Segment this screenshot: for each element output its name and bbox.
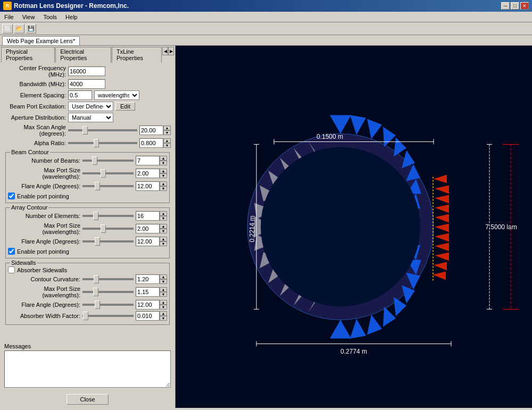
lens-diagram: 0.1500 m 0.2214 m 0.2774 m 7.5000 lam	[176, 46, 532, 408]
beam-max-port-size-down[interactable]: ▼	[160, 173, 167, 178]
beam-flare-angle-slider[interactable]	[82, 185, 134, 187]
max-scan-angle-down[interactable]: ▼	[163, 130, 171, 135]
contour-curvature-up[interactable]: ▲	[160, 274, 167, 279]
absorber-sidewalls-label: Absorber Sidewalls	[17, 267, 67, 273]
beam-flare-angle-label: Flare Angle (Degrees):	[8, 183, 82, 189]
array-flare-angle-input[interactable]	[136, 237, 160, 246]
svg-text:0.2214 m: 0.2214 m	[248, 215, 256, 242]
toolbar: ⬜ 📂 💾	[0, 22, 532, 35]
tab-electrical-properties[interactable]: Electrical Properties	[55, 47, 111, 63]
beam-max-port-size-up[interactable]: ▲	[160, 169, 167, 173]
sidewall-flare-angle-slider[interactable]	[82, 304, 134, 306]
document-tab[interactable]: Web Page Example Lens*	[2, 36, 80, 45]
beam-flare-angle-up[interactable]: ▲	[160, 181, 167, 186]
menubar: File View Tools Help	[0, 12, 532, 22]
close-btn-row: Close	[0, 391, 175, 408]
window-title: Rotman Lens Designer - Remcom,Inc.	[14, 2, 129, 10]
open-button[interactable]: 📂	[14, 24, 24, 34]
num-beams-down[interactable]: ▼	[160, 161, 167, 165]
menu-help[interactable]: Help	[63, 13, 80, 21]
center-frequency-row: Center Frequency (MHz):	[4, 65, 171, 78]
sidewall-flare-angle-up[interactable]: ▲	[160, 300, 167, 305]
absorber-width-factor-input[interactable]	[136, 311, 160, 321]
aperture-distribution-select[interactable]: ManualAuto	[68, 113, 113, 122]
menu-view[interactable]: View	[20, 13, 37, 21]
new-button[interactable]: ⬜	[2, 24, 13, 34]
beam-enable-port-pointing-checkbox[interactable]	[8, 193, 15, 199]
array-flare-angle-up[interactable]: ▲	[160, 237, 167, 241]
num-beams-label: Number of Beams:	[8, 157, 82, 164]
beam-max-port-size-input[interactable]	[136, 169, 160, 178]
max-scan-angle-slider[interactable]	[68, 129, 137, 131]
sidewall-max-port-size-down[interactable]: ▼	[160, 292, 167, 297]
array-flare-angle-label: Flare Angle (Degrees):	[8, 238, 82, 245]
close-window-button[interactable]: ✕	[520, 2, 529, 10]
sidewall-flare-angle-input[interactable]	[136, 300, 160, 309]
contour-curvature-label: Contour Curvature:	[8, 276, 82, 282]
contour-curvature-row: Contour Curvature: ▲ ▼	[8, 274, 167, 284]
absorber-width-factor-up[interactable]: ▲	[160, 311, 167, 316]
array-flare-angle-down[interactable]: ▼	[160, 241, 167, 246]
edit-button[interactable]: Edit	[115, 102, 135, 111]
tab-txline-properties[interactable]: TxLine Properties	[112, 47, 162, 63]
num-elements-up[interactable]: ▲	[160, 211, 167, 216]
aperture-distribution-label: Aperture Distribution:	[4, 114, 68, 121]
absorber-width-factor-slider[interactable]	[82, 315, 134, 317]
restore-button[interactable]: □	[511, 2, 519, 10]
array-enable-port-pointing-row: Enable port pointing	[8, 248, 167, 255]
max-scan-angle-row: Max Scan Angle (degrees): ▲ ▼	[4, 124, 171, 137]
sidewall-max-port-size-input[interactable]	[136, 287, 160, 297]
menu-tools[interactable]: Tools	[41, 13, 59, 21]
tab-scroll-left[interactable]: ◀	[162, 47, 168, 55]
array-enable-port-pointing-checkbox[interactable]	[8, 248, 15, 255]
num-beams-slider[interactable]	[82, 160, 134, 162]
alpha-ratio-up[interactable]: ▲	[163, 138, 171, 143]
array-max-port-size-up[interactable]: ▲	[160, 224, 167, 229]
num-elements-input[interactable]	[136, 211, 160, 221]
tab-scroll-right[interactable]: ▶	[168, 47, 174, 55]
alpha-ratio-slider[interactable]	[68, 142, 137, 144]
max-scan-angle-input[interactable]	[139, 125, 163, 135]
absorber-sidewalls-checkbox[interactable]	[8, 266, 15, 273]
sidewall-max-port-size-up[interactable]: ▲	[160, 287, 167, 292]
element-spacing-input[interactable]	[68, 90, 92, 100]
canvas-area: 0.1500 m 0.2214 m 0.2774 m 7.5000 lam	[176, 46, 532, 408]
contour-curvature-slider[interactable]	[82, 278, 134, 280]
bandwidth-input[interactable]	[68, 79, 105, 89]
contour-curvature-down[interactable]: ▼	[160, 279, 167, 284]
beam-port-excitation-select[interactable]: User DefinedUniformCustom	[68, 102, 113, 111]
max-scan-angle-label: Max Scan Angle (degrees):	[4, 124, 68, 137]
beam-flare-angle-down[interactable]: ▼	[160, 186, 167, 191]
num-elements-label: Number of Elements:	[8, 213, 82, 219]
alpha-ratio-input[interactable]	[139, 138, 163, 148]
num-elements-slider[interactable]	[82, 215, 134, 217]
num-elements-down[interactable]: ▼	[160, 216, 167, 221]
contour-curvature-input[interactable]	[136, 274, 160, 284]
array-max-port-size-row: Max Port Size (wavelengths): ▲ ▼	[8, 222, 167, 235]
element-spacing-row: Element Spacing: wavelengthsmeters	[4, 90, 171, 100]
sidewall-flare-angle-down[interactable]: ▼	[160, 305, 167, 309]
array-max-port-size-down[interactable]: ▼	[160, 229, 167, 233]
array-flare-angle-slider[interactable]	[82, 240, 134, 242]
alpha-ratio-down[interactable]: ▼	[163, 143, 171, 148]
element-spacing-unit-select[interactable]: wavelengthsmeters	[94, 90, 139, 100]
tab-physical-properties[interactable]: Physical Properties	[1, 47, 55, 63]
max-scan-angle-up[interactable]: ▲	[163, 125, 171, 130]
center-frequency-input[interactable]	[68, 66, 105, 76]
messages-label: Messages	[4, 343, 171, 349]
close-panel-button[interactable]: Close	[66, 394, 108, 405]
array-max-port-size-slider[interactable]	[82, 228, 134, 230]
absorber-width-factor-down[interactable]: ▼	[160, 316, 167, 321]
center-frequency-label: Center Frequency (MHz):	[4, 65, 68, 78]
save-button[interactable]: 💾	[26, 24, 36, 34]
num-beams-up[interactable]: ▲	[160, 156, 167, 161]
beam-flare-angle-input[interactable]	[136, 181, 160, 191]
num-beams-input[interactable]	[136, 156, 160, 165]
sidewall-max-port-size-slider[interactable]	[82, 291, 134, 293]
messages-textarea[interactable]	[4, 350, 171, 388]
beam-max-port-size-slider[interactable]	[82, 172, 134, 174]
minimize-button[interactable]: ─	[501, 2, 510, 10]
menu-file[interactable]: File	[2, 13, 16, 21]
array-max-port-size-input[interactable]	[136, 224, 160, 233]
absorber-width-factor-label: Absorber Width Factor:	[8, 313, 82, 319]
